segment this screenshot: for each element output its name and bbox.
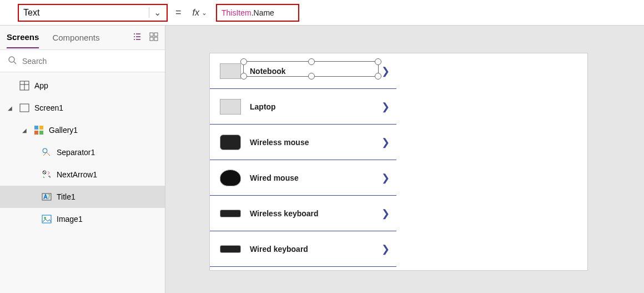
svg-rect-2 [150, 37, 153, 41]
search-input[interactable] [22, 57, 157, 66]
item-title: Wired mouse [250, 173, 299, 182]
tree-options-icon[interactable] [133, 32, 142, 43]
formula-token-thisitem: ThisItem [222, 8, 251, 17]
svg-line-5 [14, 62, 16, 64]
svg-rect-10 [34, 126, 38, 130]
chevron-down-icon: ⌄ [149, 7, 162, 18]
gallery-item[interactable]: Wired keyboard ❯ [210, 231, 396, 267]
chevron-right-icon[interactable]: ❯ [381, 65, 390, 77]
resize-handle[interactable] [308, 73, 315, 80]
tree-node-separator1[interactable]: Separator1 [0, 141, 165, 163]
tree-label: App [34, 81, 48, 90]
collapse-icon[interactable]: ◢ [22, 127, 29, 133]
fx-icon: fx [193, 8, 199, 18]
item-title: Laptop [250, 102, 276, 111]
item-image [220, 135, 241, 150]
item-title: Wired keyboard [250, 245, 308, 254]
tab-components[interactable]: Components [52, 27, 99, 48]
gallery-item[interactable]: Laptop ❯ [210, 89, 396, 125]
property-selector-value: Text [23, 8, 39, 18]
tree-label: Image1 [57, 215, 83, 224]
tree-label: Screen1 [34, 103, 63, 112]
resize-handle[interactable] [240, 58, 247, 65]
search-row [0, 50, 165, 72]
tree-node-nextarrow1[interactable]: NextArrow1 [0, 163, 165, 186]
nextarrow-icon [41, 169, 52, 180]
label-icon [41, 191, 52, 202]
svg-rect-3 [154, 37, 158, 41]
item-title: Wireless keyboard [250, 209, 319, 218]
tree-view: App ◢ Screen1 ◢ Gallery1 Separator1 [0, 72, 165, 230]
svg-rect-9 [20, 104, 29, 112]
resize-handle[interactable] [308, 58, 315, 65]
resize-handle[interactable] [240, 73, 247, 80]
formula-input[interactable]: ThisItem.Name [216, 4, 299, 22]
canvas-area[interactable]: Notebook ❯ Laptop ❯ Wireless mouse ❯ [165, 26, 644, 293]
item-image [220, 210, 241, 217]
tab-screens[interactable]: Screens [7, 27, 39, 48]
grid-view-icon[interactable] [149, 32, 158, 43]
svg-rect-12 [34, 131, 38, 135]
tree-node-app[interactable]: App [0, 75, 165, 97]
svg-rect-1 [154, 33, 158, 36]
tree-label: Separator1 [57, 148, 95, 157]
item-title: Wireless mouse [250, 138, 309, 147]
svg-rect-0 [150, 33, 153, 36]
separator-icon [41, 147, 52, 158]
gallery-item[interactable]: Notebook ❯ [210, 53, 396, 89]
image-icon [41, 213, 52, 225]
app-preview[interactable]: Notebook ❯ Laptop ❯ Wireless mouse ❯ [210, 53, 587, 270]
tree-view-tabs: Screens Components [0, 26, 165, 50]
chevron-right-icon[interactable]: ❯ [381, 172, 390, 184]
gallery-item[interactable]: Wireless mouse ❯ [210, 125, 396, 160]
property-selector[interactable]: Text ⌄ [18, 4, 168, 22]
tree-view-panel: Screens Components App ◢ [0, 26, 165, 293]
tree-node-screen1[interactable]: ◢ Screen1 [0, 97, 165, 119]
gallery-icon [33, 125, 44, 136]
fx-button[interactable]: fx ⌄ [189, 8, 210, 18]
svg-point-19 [44, 217, 46, 219]
chevron-right-icon[interactable]: ❯ [381, 136, 390, 148]
svg-rect-11 [39, 126, 43, 130]
tree-node-title1[interactable]: Title1 [0, 186, 165, 208]
tree-label: NextArrow1 [57, 170, 97, 179]
resize-handle[interactable] [375, 58, 381, 65]
search-icon [8, 56, 17, 67]
gallery-item[interactable]: Wired mouse ❯ [210, 160, 396, 196]
svg-rect-18 [42, 215, 51, 223]
item-image [220, 99, 241, 115]
resize-handle[interactable] [375, 73, 381, 80]
collapse-icon[interactable]: ◢ [8, 105, 14, 111]
app-icon [19, 80, 30, 91]
chevron-right-icon[interactable]: ❯ [381, 243, 390, 255]
chevron-down-icon: ⌄ [202, 9, 207, 17]
item-image [220, 63, 241, 79]
item-image [220, 245, 241, 253]
tree-node-image1[interactable]: Image1 [0, 208, 165, 230]
svg-point-4 [9, 57, 14, 62]
equals-sign: = [173, 7, 184, 18]
chevron-right-icon[interactable]: ❯ [381, 101, 390, 113]
tree-label: Gallery1 [49, 126, 78, 135]
screen-icon [19, 102, 30, 113]
svg-line-16 [43, 171, 46, 173]
formula-token-name: .Name [251, 8, 274, 17]
chevron-right-icon[interactable]: ❯ [381, 207, 390, 220]
item-image [220, 170, 241, 186]
gallery-item[interactable]: Wireless keyboard ❯ [210, 196, 396, 231]
svg-rect-13 [39, 131, 43, 135]
tree-node-gallery1[interactable]: ◢ Gallery1 [0, 119, 165, 141]
tree-label: Title1 [57, 192, 76, 201]
selection-outline [243, 61, 379, 77]
formula-bar: Text ⌄ = fx ⌄ ThisItem.Name [0, 0, 644, 26]
